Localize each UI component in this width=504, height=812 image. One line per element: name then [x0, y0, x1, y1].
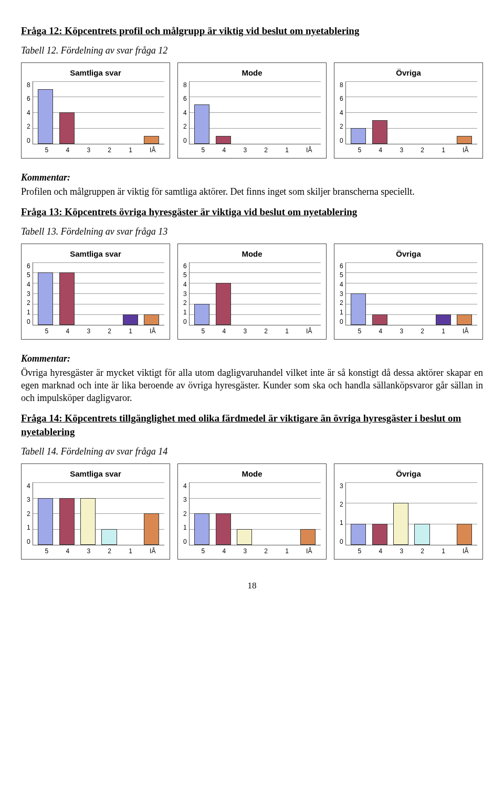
bar	[216, 283, 231, 324]
y-tick-label: 0	[183, 318, 187, 325]
bar	[414, 524, 429, 545]
kommentar-label: Kommentar:	[21, 353, 483, 364]
bars-container	[190, 262, 321, 325]
x-tick-label: IÅ	[463, 328, 468, 335]
plot-area	[345, 482, 477, 545]
y-tick-label: 2	[183, 510, 187, 518]
bar	[457, 524, 472, 545]
bar	[457, 314, 472, 325]
y-axis: 6543210	[27, 262, 33, 325]
plot-area	[33, 482, 164, 545]
chart-14-ovriga: Övriga 3210 54321IÅ	[334, 463, 483, 560]
x-tick-label: IÅ	[150, 328, 155, 335]
y-axis: 86420	[183, 81, 189, 144]
x-tick-label: IÅ	[463, 146, 468, 154]
x-tick-label: 4	[66, 328, 69, 335]
x-tick-label: 2	[421, 146, 424, 154]
x-tick-label: 5	[202, 146, 205, 154]
bar	[372, 314, 387, 325]
y-tick-label: 3	[27, 290, 30, 298]
x-tick-label: 1	[285, 328, 289, 335]
y-tick-label: 4	[340, 109, 343, 117]
x-tick-label: 5	[358, 146, 362, 154]
bar	[38, 498, 53, 545]
y-tick-label: 2	[183, 123, 187, 130]
x-axis: 54321IÅ	[183, 328, 321, 335]
x-tick-label: 5	[45, 547, 49, 555]
x-tick-label: 4	[379, 547, 382, 555]
bar	[59, 272, 75, 324]
chart-14-samtliga: Samtliga svar 43210 54321IÅ	[21, 463, 170, 560]
plot-area	[345, 81, 477, 144]
chart-title: Samtliga svar	[27, 249, 164, 258]
bar	[80, 498, 96, 545]
y-tick-label: 2	[27, 510, 30, 518]
y-tick-label: 1	[340, 309, 343, 316]
x-tick-label: 3	[400, 328, 403, 335]
y-tick-label: 0	[183, 538, 187, 545]
question-14-heading: Fråga 14: Köpcentrets tillgänglighet med…	[21, 412, 483, 438]
x-tick-label: 3	[243, 547, 247, 555]
bar	[194, 104, 209, 143]
x-axis: 54321IÅ	[183, 146, 321, 154]
bar	[194, 513, 209, 545]
x-tick-label: IÅ	[463, 547, 468, 555]
y-tick-label: 6	[27, 95, 30, 102]
y-tick-label: 4	[340, 281, 343, 288]
plot-area	[189, 262, 321, 325]
bars-container	[346, 482, 477, 545]
x-tick-label: 1	[442, 328, 445, 335]
chart-title: Mode	[183, 469, 321, 478]
y-tick-label: 1	[183, 309, 187, 316]
y-tick-label: 1	[27, 524, 30, 531]
x-tick-label: 4	[379, 146, 382, 154]
bar	[436, 314, 451, 325]
charts-row-13: Samtliga svar 6543210 54321IÅ Mode 65432…	[21, 244, 483, 340]
x-tick-label: 4	[66, 547, 69, 555]
plot-area	[33, 81, 164, 144]
x-axis: 54321IÅ	[340, 146, 477, 154]
x-tick-label: 1	[285, 146, 289, 154]
x-tick-label: IÅ	[306, 547, 312, 555]
bars-container	[33, 81, 164, 144]
bars-container	[190, 81, 321, 144]
y-tick-label: 4	[183, 482, 187, 490]
y-tick-label: 2	[340, 123, 343, 130]
bar	[351, 128, 366, 144]
y-tick-label: 4	[183, 281, 187, 288]
x-tick-label: 5	[202, 547, 205, 555]
bar	[38, 272, 53, 324]
y-tick-label: 6	[27, 262, 30, 270]
bar	[216, 513, 231, 545]
x-tick-label: 4	[222, 547, 226, 555]
y-tick-label: 2	[183, 299, 187, 307]
y-tick-label: 4	[27, 482, 30, 490]
plot-area	[345, 262, 477, 325]
x-tick-label: IÅ	[150, 146, 155, 154]
x-tick-label: IÅ	[306, 328, 312, 335]
x-tick-label: 3	[243, 146, 247, 154]
chart-title: Övriga	[340, 469, 477, 478]
bar	[457, 136, 472, 144]
chart-13-ovriga: Övriga 6543210 54321IÅ	[334, 244, 483, 340]
x-tick-label: 3	[87, 328, 90, 335]
bars-container	[33, 262, 164, 325]
bar	[123, 314, 138, 325]
x-axis: 54321IÅ	[340, 328, 477, 335]
y-axis: 86420	[340, 81, 345, 144]
y-axis: 6543210	[340, 262, 345, 325]
y-tick-label: 0	[183, 137, 187, 144]
bars-container	[33, 482, 164, 545]
y-tick-label: 5	[340, 271, 343, 279]
table-14-caption: Tabell 14. Fördelning av svar fråga 14	[21, 446, 483, 457]
charts-row-14: Samtliga svar 43210 54321IÅ Mode 43210 5…	[21, 463, 483, 560]
x-tick-label: 4	[222, 328, 226, 335]
bar	[237, 529, 252, 545]
y-tick-label: 6	[183, 95, 187, 102]
y-tick-label: 2	[27, 299, 30, 307]
x-tick-label: 4	[379, 328, 382, 335]
kommentar-13-text: Övriga hyresgäster är mycket viktigt för…	[21, 366, 483, 405]
x-tick-label: 2	[108, 146, 111, 154]
y-tick-label: 5	[27, 271, 30, 279]
kommentar-12-text: Profilen och målgruppen är viktig för sa…	[21, 185, 483, 198]
